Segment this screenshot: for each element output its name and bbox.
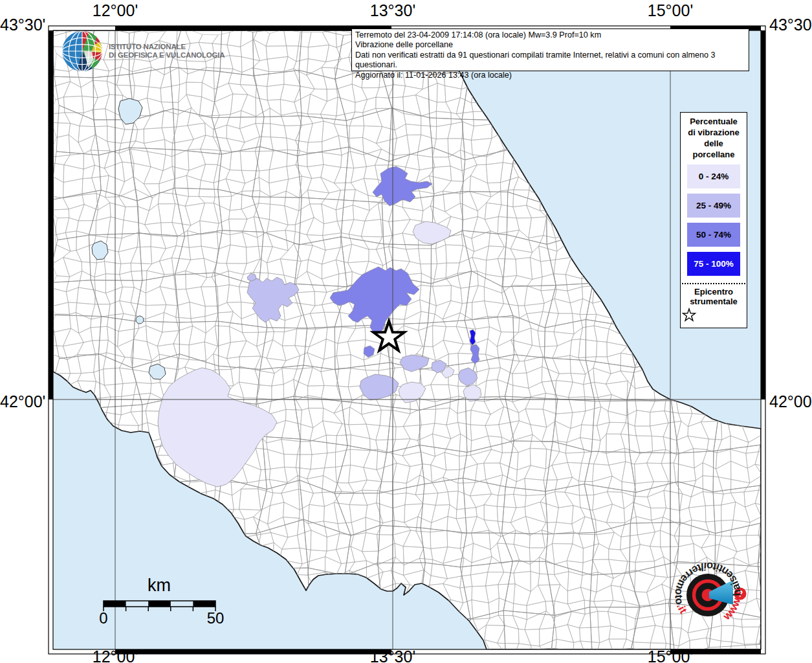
legend-label-0-24: 0 - 24% [699, 172, 729, 181]
legend-label-50-74: 50 - 74% [696, 230, 731, 240]
legend-title-line: Percentuale [681, 117, 747, 126]
legend-title-line: delle [681, 139, 747, 148]
legend-box: Percentuale di vibrazione delle porcella… [680, 112, 747, 328]
legend-swatch-25-49: 25 - 49% [687, 194, 740, 218]
ingv-globe-icon [62, 31, 102, 71]
axis-bottom-15: 15°00' [631, 647, 709, 663]
axis-left-42-00: 42°00' [0, 392, 44, 411]
event-info-line-2: Vibrazione delle porcellane [355, 40, 745, 50]
legend-title-line: porcellane [681, 150, 747, 159]
legend-epicenter-line: Epicentro [681, 287, 747, 297]
scale-unit-label: km [127, 576, 192, 596]
event-info-line-3: Dati non verificati estratti da 91 quest… [355, 51, 745, 71]
event-info-box: Terremoto del 23-04-2009 17:14:08 (ora l… [351, 28, 749, 71]
ingv-logo: ISTITUTO NAZIONALE DI GEOFISICA E VULCAN… [62, 31, 225, 71]
legend-swatch-50-74: 50 - 74% [687, 223, 740, 247]
legend-star-icon [681, 308, 697, 323]
ingv-line-2: DI GEOFISICA E VULCANOLOGIA [109, 51, 225, 60]
ingv-wordmark: ISTITUTO NAZIONALE DI GEOFISICA E VULCAN… [109, 43, 225, 60]
event-info-line-1: Terremoto del 23-04-2009 17:14:08 (ora l… [355, 30, 745, 40]
legend-label-25-49: 25 - 49% [696, 201, 731, 210]
lake [136, 316, 144, 324]
map-canvas: ? www.haisentitoilterremoto.it [0, 0, 812, 663]
legend-title-line: di vibrazione [681, 128, 747, 137]
axis-bottom-13-30: 13°30' [354, 647, 432, 663]
legend-divider [682, 283, 745, 284]
event-info-line-4: Aggiornato il: 11-01-2026 13:43 (ora loc… [355, 71, 745, 80]
legend-swatch-0-24: 0 - 24% [687, 164, 740, 188]
shakemap-page: ? www.haisentitoilterremoto.it 12°00' 13… [0, 0, 812, 663]
axis-top-12: 12°00' [76, 1, 154, 20]
scale-min-label: 0 [94, 609, 113, 627]
axis-left-43-30: 43°30' [0, 16, 44, 34]
legend-epicenter-line: strumentale [681, 297, 747, 306]
axis-top-13-30: 13°30' [354, 1, 432, 20]
ingv-line-1: ISTITUTO NAZIONALE [109, 43, 225, 51]
axis-right-42-00: 42°00' [769, 392, 812, 411]
axis-right-43-30: 43°30' [769, 16, 812, 34]
legend-swatch-75-100: 75 - 100% [687, 252, 740, 276]
axis-bottom-12: 12°00' [76, 647, 154, 663]
legend-label-75-100: 75 - 100% [694, 259, 734, 269]
scale-max-label: 50 [204, 609, 226, 627]
axis-top-15: 15°00' [631, 1, 709, 20]
